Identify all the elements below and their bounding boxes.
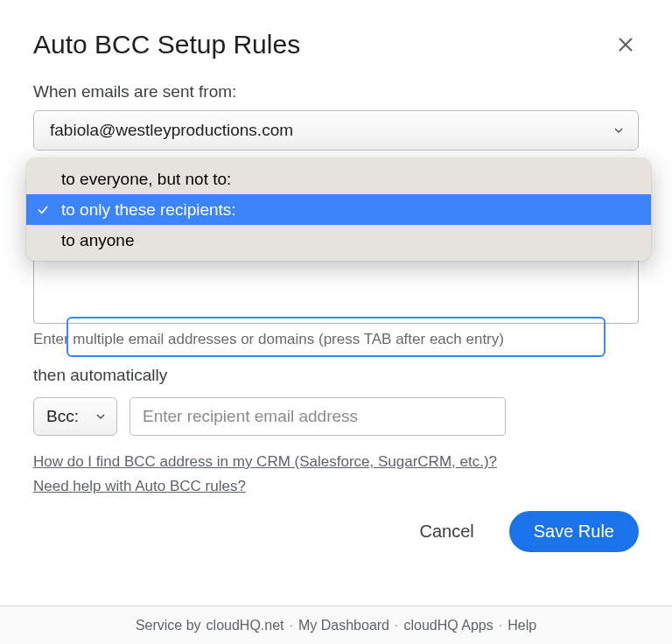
dropdown-option-label: to only these recipients: [61, 200, 236, 220]
footer-service-link[interactable]: cloudHQ.net [206, 618, 284, 634]
footer-separator: · [395, 618, 398, 634]
footer-service-prefix: Service by [136, 618, 201, 634]
chevron-down-icon [94, 410, 108, 424]
from-label: When emails are sent from: [33, 82, 639, 102]
save-rule-button[interactable]: Save Rule [509, 511, 639, 552]
cancel-button[interactable]: Cancel [409, 514, 484, 549]
dialog: Auto BCC Setup Rules When emails are sen… [0, 0, 672, 552]
recipient-mode-select[interactable] [66, 317, 606, 357]
from-email-select[interactable]: fabiola@westleyproductions.com [33, 110, 639, 150]
dialog-buttons: Cancel Save Rule [33, 511, 639, 552]
bcc-type-select[interactable]: Bcc: [33, 397, 117, 436]
recipient-email-input[interactable] [130, 397, 506, 436]
close-icon [616, 35, 635, 54]
dialog-title: Auto BCC Setup Rules [33, 30, 300, 60]
help-link-rules[interactable]: Need help with Auto BCC rules? [33, 478, 639, 495]
dropdown-option-label: to anyone [61, 231, 134, 250]
dropdown-option-everyone-but[interactable]: to everyone, but not to: [26, 164, 651, 194]
dropdown-option-anyone[interactable]: to anyone [26, 225, 651, 256]
from-email-value: fabiola@westleyproductions.com [50, 121, 293, 140]
recipient-mode-dropdown: to everyone, but not to: to only these r… [26, 158, 651, 261]
action-row: Bcc: [33, 397, 639, 436]
help-link-crm[interactable]: How do I find BCC address in my CRM (Sal… [33, 453, 639, 471]
then-label: then automatically [33, 366, 639, 385]
footer-dashboard-link[interactable]: My Dashboard [298, 618, 389, 634]
footer-help-link[interactable]: Help [508, 618, 536, 634]
dropdown-option-label: to everyone, but not to: [61, 170, 231, 189]
footer-separator: · [499, 618, 502, 634]
chevron-down-icon [612, 123, 626, 137]
check-icon [37, 204, 49, 216]
title-row: Auto BCC Setup Rules [33, 30, 639, 60]
footer-separator: · [290, 618, 293, 634]
close-button[interactable] [612, 32, 639, 58]
dropdown-option-only-these[interactable]: to only these recipients: [26, 194, 651, 225]
footer: Service by cloudHQ.net · My Dashboard · … [0, 606, 672, 644]
bcc-type-value: Bcc: [46, 407, 79, 426]
footer-apps-link[interactable]: cloudHQ Apps [403, 618, 493, 634]
